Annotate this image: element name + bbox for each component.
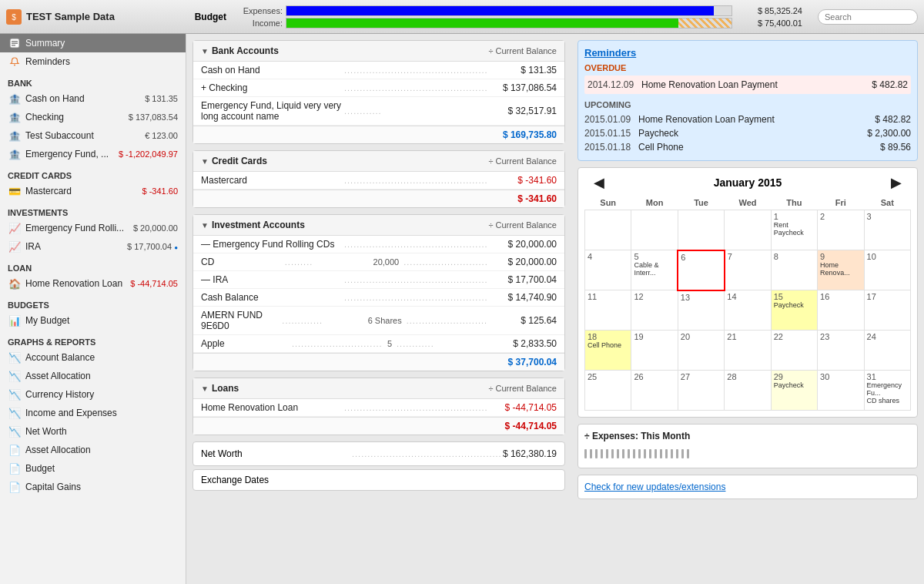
sidebar-item-mastercard[interactable]: 💳 Mastercard $ -341.60: [0, 182, 186, 200]
cal-cell[interactable]: 13: [678, 290, 724, 331]
loans-triangle[interactable]: ▼: [201, 384, 209, 393]
cal-cell[interactable]: 12: [631, 290, 678, 331]
tick-5: [606, 449, 608, 458]
sidebar-item-ef-rolling[interactable]: 📈 Emergency Fund Rolli... $ 20,000.00: [0, 219, 186, 237]
cal-cell-paycheck[interactable]: 15Paycheck: [771, 290, 817, 331]
cal-cell[interactable]: 27: [678, 371, 724, 411]
cal-week-4: 18Cell Phone 19 20 21 22 23 24: [585, 331, 911, 371]
cal-cell[interactable]: 7: [725, 250, 771, 290]
bank-accounts-header: ▼ Bank Accounts ÷ Current Balance: [193, 41, 564, 62]
inv-row-cash-balance[interactable]: Cash Balance ...........................…: [193, 289, 564, 307]
tick-14: [654, 449, 657, 458]
summary-label: Summary: [25, 38, 178, 49]
cal-cell[interactable]: 14: [725, 290, 771, 331]
loans-section: ▼ Loans ÷ Current Balance Home Renovatio…: [192, 378, 565, 435]
inv-row-ef-cds[interactable]: — Emergency Fund Rolling CDs ...........…: [193, 236, 564, 253]
expenses-month-box: ÷ Expenses: This Month: [578, 424, 918, 468]
sidebar-item-currency-history[interactable]: 📉 Currency History: [0, 385, 186, 404]
graphs-header: GRAPHS & REPORTS: [0, 333, 186, 348]
sidebar-item-cash[interactable]: 🏦 Cash on Hand $ 131.35: [0, 89, 186, 108]
cash-balance-amount: $ 14,740.90: [487, 292, 557, 303]
reminders-title[interactable]: Reminders: [584, 47, 911, 59]
cal-cell[interactable]: 8: [771, 250, 817, 290]
cal-cell[interactable]: 5Cable & Interr...: [631, 250, 678, 290]
bank-triangle[interactable]: ▼: [201, 47, 209, 55]
update-link[interactable]: Check for new updates/extensions: [584, 482, 725, 492]
cal-cell[interactable]: 28: [725, 371, 771, 411]
sidebar-item-ira[interactable]: 📈 IRA $ 17,700.04 ●: [0, 237, 186, 256]
cal-cell[interactable]: 16: [818, 290, 864, 331]
sidebar-item-asset-alloc-doc[interactable]: 📄 Asset Allocation: [0, 441, 186, 459]
sidebar-item-income-expenses[interactable]: 📉 Income and Expenses: [0, 404, 186, 422]
cal-week-1: 1RentPaycheck 2 3: [585, 210, 911, 250]
cal-cell[interactable]: 4: [585, 250, 631, 290]
cal-cell[interactable]: 22: [771, 331, 817, 371]
sidebar-item-summary[interactable]: Summary: [0, 34, 186, 52]
cal-cell[interactable]: 10: [864, 250, 910, 290]
cal-cell-paycheck2[interactable]: 29Paycheck: [771, 371, 817, 411]
cal-cell[interactable]: 21: [725, 331, 771, 371]
cal-cell[interactable]: 3: [864, 210, 910, 250]
cal-cell[interactable]: 24: [864, 331, 910, 371]
cal-cell[interactable]: 25: [585, 371, 631, 411]
inv-row-apple[interactable]: Apple ..................................…: [193, 335, 564, 353]
cal-cell[interactable]: [585, 210, 631, 250]
cal-cell[interactable]: [725, 210, 771, 250]
sidebar-item-reminders[interactable]: Reminders: [0, 52, 186, 71]
inv-triangle[interactable]: ▼: [201, 221, 209, 230]
mastercard-row-amount: $ -341.60: [487, 175, 557, 186]
mastercard-label: Mastercard: [25, 186, 142, 196]
credit-cards-header: ▼ Credit Cards ÷ Current Balance: [193, 151, 564, 172]
bank-row-checking[interactable]: + Checking .............................…: [193, 79, 564, 97]
bank-row-cash[interactable]: Cash on Hand ...........................…: [193, 62, 564, 79]
inv-row-ira[interactable]: — IRA ..................................…: [193, 271, 564, 289]
sidebar-item-mybudget[interactable]: 📊 My Budget: [0, 311, 186, 330]
search-input[interactable]: [818, 9, 918, 25]
ef-rolling-value: $ 20,000.00: [133, 223, 178, 233]
cal-tue: Tue: [678, 196, 724, 210]
cal-cell[interactable]: [678, 210, 724, 250]
credit-col-header: ÷ Current Balance: [488, 156, 557, 166]
tick-18: [676, 449, 678, 458]
calendar-next[interactable]: ▶: [882, 174, 911, 191]
cal-cell[interactable]: 20: [678, 331, 724, 371]
sidebar-item-subaccount[interactable]: 🏦 Test Subaccount € 123.00: [0, 126, 186, 145]
sidebar-item-loan[interactable]: 🏠 Home Renovation Loan $ -44,714.05: [0, 274, 186, 293]
cal-cell[interactable]: 30: [818, 371, 864, 411]
credit-row-mastercard[interactable]: Mastercard .............................…: [193, 172, 564, 190]
subaccount-value: € 123.00: [145, 131, 178, 140]
cal-cell[interactable]: 19: [631, 331, 678, 371]
cal-cell[interactable]: 17: [864, 290, 910, 331]
loans-row-home[interactable]: Home Renovation Loan ...................…: [193, 399, 564, 417]
sidebar-item-emergency[interactable]: 🏦 Emergency Fund, ... $ -1,202,049.97: [0, 145, 186, 163]
bank-total-row: $ 169,735.80: [193, 126, 564, 143]
sidebar-item-capital-gains[interactable]: 📄 Capital Gains: [0, 478, 186, 496]
cal-cell[interactable]: 11: [585, 290, 631, 331]
cal-cell-today[interactable]: 6: [678, 250, 724, 290]
credit-cards-title: Credit Cards: [212, 156, 489, 166]
cal-cell-cellphone[interactable]: 18Cell Phone: [585, 331, 631, 371]
sidebar-item-asset-alloc[interactable]: 📉 Asset Allocation: [0, 367, 186, 385]
cal-cell[interactable]: 26: [631, 371, 678, 411]
bank-row-ef[interactable]: Emergency Fund, Liquid very very long ac…: [193, 97, 564, 126]
bank-icon-cash: 🏦: [8, 92, 22, 106]
income-expenses-label: Income and Expenses: [25, 408, 178, 418]
account-balance-label: Account Balance: [25, 352, 178, 363]
tick-13: [649, 449, 651, 458]
calendar-prev[interactable]: ◀: [584, 174, 614, 191]
ira-row-name: — IRA: [201, 274, 344, 285]
sidebar-item-checking[interactable]: 🏦 Checking $ 137,083.54: [0, 108, 186, 126]
cal-cell[interactable]: 1RentPaycheck: [771, 210, 817, 250]
sidebar-item-budget-doc[interactable]: 📄 Budget: [0, 459, 186, 478]
sidebar-item-account-balance[interactable]: 📉 Account Balance: [0, 348, 186, 367]
sidebar-item-net-worth[interactable]: 📉 Net Worth: [0, 422, 186, 441]
inv-row-amern[interactable]: AMERN FUND 9E6D0 ............. 6 Shares …: [193, 307, 564, 335]
cal-cell[interactable]: 2: [818, 210, 864, 250]
cal-cell[interactable]: 23: [818, 331, 864, 371]
cal-cell[interactable]: 31Emergency Fu...CD shares: [864, 371, 910, 411]
bank-accounts-title: Bank Accounts: [212, 45, 489, 56]
cal-cell[interactable]: [631, 210, 678, 250]
inv-row-cd[interactable]: CD ......... 20,000 ....................…: [193, 253, 564, 271]
credit-triangle[interactable]: ▼: [201, 157, 209, 166]
cal-cell[interactable]: 9Home Renova...: [818, 250, 864, 290]
